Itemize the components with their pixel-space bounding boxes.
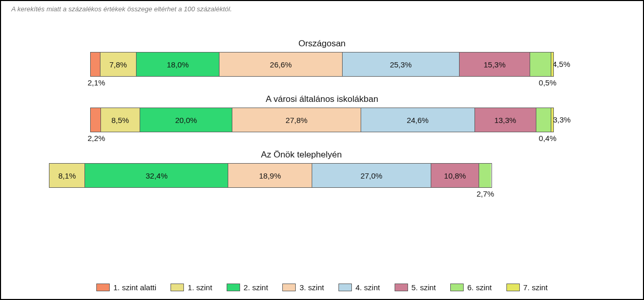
seg-label: 10,8% xyxy=(444,171,466,180)
legend-item-6: 6. szint xyxy=(450,283,492,292)
seg-label: 15,3% xyxy=(484,60,506,69)
bar-title: A városi általános iskolákban xyxy=(90,94,554,104)
seg-label: 2,2% xyxy=(88,134,105,143)
bar-group-onok: Az Önök telephelyén 8,1% 32,4% 18,9% 27,… xyxy=(49,150,554,188)
seg-label: 27,8% xyxy=(285,116,308,125)
chart-container: A kerekítés miatt a százalékos értékek ö… xyxy=(0,0,644,300)
footnote-text: A kerekítés miatt a százalékos értékek ö… xyxy=(11,5,633,13)
swatch-icon xyxy=(394,284,408,291)
seg-5-szint: 10,8% xyxy=(431,164,479,187)
seg-label: 20,0% xyxy=(175,116,197,125)
seg-label: 8,1% xyxy=(58,171,76,180)
swatch-icon xyxy=(96,284,110,291)
bar-row: 2,2% 8,5% 20,0% 27,8% 24,6% 13 xyxy=(90,108,554,132)
seg-6-szint: 4,5% xyxy=(530,52,551,76)
seg-label: 4,5% xyxy=(553,60,570,68)
seg-7-szint: 0,5% xyxy=(551,52,553,76)
seg-label: 13,3% xyxy=(494,116,516,125)
seg-label: 7,8% xyxy=(109,60,127,69)
seg-label: 24,6% xyxy=(406,116,429,125)
seg-label: 0,5% xyxy=(539,78,556,87)
legend-label: 3. szint xyxy=(299,283,324,292)
legend-item-1: 1. szint xyxy=(171,283,212,292)
seg-label: 25,3% xyxy=(390,60,412,69)
seg-2-szint: 18,0% xyxy=(137,52,219,76)
seg-4-szint: 27,0% xyxy=(312,164,432,187)
seg-3-szint: 26,6% xyxy=(219,52,343,76)
stacked-bar: 8,1% 32,4% 18,9% 27,0% 10,8% 2 xyxy=(49,163,492,188)
seg-2-szint: 20,0% xyxy=(140,108,232,132)
swatch-icon xyxy=(506,284,520,291)
bar-title: Országosan xyxy=(90,39,554,49)
legend-label: 1. szint alatti xyxy=(113,283,156,292)
bar-row: 2,1% 7,8% 18,0% 26,6% 25,3% 15 xyxy=(90,52,554,77)
seg-label: 3,3% xyxy=(553,115,570,124)
legend-label: 1. szint xyxy=(188,283,212,292)
seg-szint-alatti: 2,1% xyxy=(91,52,100,76)
seg-label: 2,1% xyxy=(88,78,105,87)
legend: 1. szint alatti 1. szint 2. szint 3. szi… xyxy=(96,283,548,292)
seg-label: 32,4% xyxy=(146,171,168,180)
seg-6-szint: 2,7% xyxy=(479,164,491,187)
seg-label: 0,4% xyxy=(539,134,556,143)
legend-item-0: 1. szint alatti xyxy=(96,283,156,292)
seg-6-szint: 3,3% xyxy=(536,108,552,132)
swatch-icon xyxy=(227,284,240,291)
legend-label: 5. szint xyxy=(411,283,436,292)
bar-row: 8,1% 32,4% 18,9% 27,0% 10,8% 2 xyxy=(90,163,554,188)
seg-7-szint: 0,4% xyxy=(551,108,553,132)
stacked-bar: 2,2% 8,5% 20,0% 27,8% 24,6% 13 xyxy=(90,108,554,132)
swatch-icon xyxy=(338,284,352,291)
stacked-bar: 2,1% 7,8% 18,0% 26,6% 25,3% 15 xyxy=(90,52,554,77)
bars-area: Országosan 2,1% 7,8% 18,0% 26,6% xyxy=(90,39,554,188)
seg-label: 8,5% xyxy=(111,116,129,125)
seg-szint-alatti: 2,2% xyxy=(91,108,101,132)
seg-label: 2,7% xyxy=(477,189,494,198)
seg-label: 18,9% xyxy=(259,171,281,180)
legend-label: 7. szint xyxy=(523,283,548,292)
seg-5-szint: 15,3% xyxy=(460,52,530,76)
seg-1-szint: 8,1% xyxy=(49,164,85,187)
seg-3-szint: 18,9% xyxy=(228,164,312,187)
seg-1-szint: 8,5% xyxy=(101,108,140,132)
legend-item-2: 2. szint xyxy=(227,283,268,292)
bar-group-orszagosan: Országosan 2,1% 7,8% 18,0% 26,6% xyxy=(90,39,554,77)
seg-4-szint: 25,3% xyxy=(343,52,460,76)
seg-1-szint: 7,8% xyxy=(100,52,137,76)
bar-group-varosi: A városi általános iskolákban 2,2% 8,5% … xyxy=(90,94,554,132)
legend-item-3: 3. szint xyxy=(282,283,324,292)
seg-5-szint: 13,3% xyxy=(475,108,536,132)
seg-3-szint: 27,8% xyxy=(232,108,361,132)
seg-label: 18,0% xyxy=(167,60,189,69)
seg-label: 27,0% xyxy=(361,171,383,180)
legend-label: 4. szint xyxy=(355,283,380,292)
legend-item-4: 4. szint xyxy=(338,283,380,292)
seg-4-szint: 24,6% xyxy=(361,108,475,132)
swatch-icon xyxy=(282,284,296,291)
legend-label: 6. szint xyxy=(467,283,492,292)
legend-item-7: 7. szint xyxy=(506,283,548,292)
legend-label: 2. szint xyxy=(244,283,268,292)
swatch-icon xyxy=(171,284,184,291)
bar-title: Az Önök telephelyén xyxy=(49,150,554,160)
legend-item-5: 5. szint xyxy=(394,283,436,292)
seg-2-szint: 32,4% xyxy=(85,164,228,187)
seg-label: 26,6% xyxy=(270,60,292,69)
swatch-icon xyxy=(450,284,464,291)
